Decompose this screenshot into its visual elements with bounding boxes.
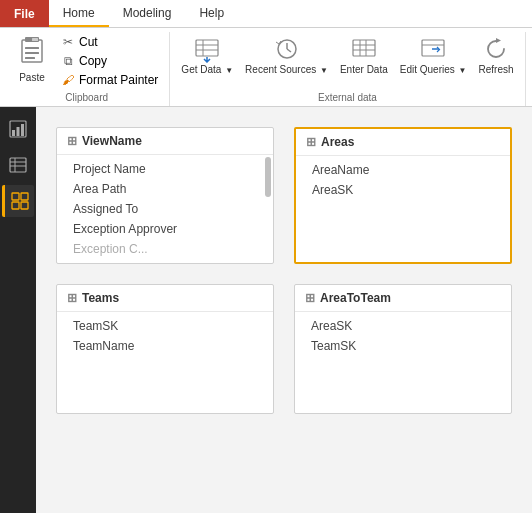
svg-rect-38 [21, 193, 28, 200]
ribbon: File Home Modeling Help [0, 0, 532, 107]
format-painter-icon: 🖌 [61, 73, 75, 87]
table-icon-viewname: ⊞ [67, 134, 77, 148]
cut-label: Cut [79, 35, 98, 49]
enter-data-label: Enter Data [340, 64, 388, 75]
svg-rect-3 [25, 52, 39, 54]
refresh-button[interactable]: Refresh [474, 32, 519, 78]
ribbon-group-external-data: Get Data ▼ Recent Sources ▼ [170, 32, 525, 106]
table-name-viewname: ViewName [82, 134, 142, 148]
list-item: Project Name [57, 159, 273, 179]
edit-queries-button[interactable]: Edit Queries ▼ [395, 32, 472, 78]
cut-button[interactable]: ✂ Cut [56, 33, 163, 51]
sidebar [0, 107, 36, 513]
edit-queries-label: Edit Queries ▼ [400, 64, 467, 75]
scroll-indicator[interactable] [265, 157, 271, 197]
canvas: ⊞ ViewName Project Name Area Path Assign… [36, 107, 532, 513]
edit-queries-icon [419, 35, 447, 63]
svg-rect-18 [422, 40, 444, 56]
recent-sources-label: Recent Sources ▼ [245, 64, 328, 75]
get-data-label: Get Data ▼ [181, 64, 233, 75]
table-icon-areatolteam: ⊞ [305, 291, 315, 305]
ribbon-group-insert: New Page ▼ New Visual [526, 32, 532, 106]
table-name-areas: Areas [321, 135, 354, 149]
paste-icon [18, 35, 46, 72]
enter-data-button[interactable]: Enter Data [335, 32, 393, 78]
refresh-icon [482, 35, 510, 63]
tab-home[interactable]: Home [49, 0, 109, 27]
paste-label: Paste [19, 72, 45, 83]
cut-icon: ✂ [61, 35, 75, 49]
format-painter-button[interactable]: 🖌 Format Painter [56, 71, 163, 89]
svg-rect-2 [25, 47, 39, 49]
get-data-button[interactable]: Get Data ▼ [176, 32, 238, 78]
list-item: AreaSK [295, 316, 511, 336]
list-item: Area Path [57, 179, 273, 199]
svg-line-12 [287, 49, 291, 52]
tab-file[interactable]: File [0, 0, 49, 27]
svg-rect-5 [32, 38, 38, 41]
tab-bar: File Home Modeling Help [0, 0, 532, 28]
tab-help[interactable]: Help [185, 0, 238, 27]
list-item: AreaSK [296, 180, 510, 200]
recent-sources-button[interactable]: Recent Sources ▼ [240, 32, 333, 78]
table-card-areatolteam[interactable]: ⊞ AreaToTeam AreaSK TeamSK [294, 284, 512, 414]
list-item: Exception Approver [57, 219, 273, 239]
copy-icon: ⧉ [61, 54, 75, 68]
format-painter-label: Format Painter [79, 73, 158, 87]
list-item: TeamName [57, 336, 273, 356]
table-card-viewname[interactable]: ⊞ ViewName Project Name Area Path Assign… [56, 127, 274, 264]
table-icon-teams: ⊞ [67, 291, 77, 305]
main-area: ⊞ ViewName Project Name Area Path Assign… [0, 107, 532, 513]
svg-rect-33 [10, 158, 26, 172]
table-card-teams[interactable]: ⊞ Teams TeamSK TeamName [56, 284, 274, 414]
svg-rect-32 [21, 124, 24, 136]
copy-label: Copy [79, 54, 107, 68]
sidebar-icon-report[interactable] [2, 113, 34, 145]
clipboard-group-label: Clipboard [10, 90, 163, 106]
svg-rect-39 [12, 202, 19, 209]
sidebar-icon-model[interactable] [2, 185, 34, 217]
list-item: Exception C... [57, 239, 273, 259]
enter-data-icon [350, 35, 378, 63]
paste-button[interactable]: Paste [10, 32, 54, 86]
table-name-areatolteam: AreaToTeam [320, 291, 391, 305]
recent-sources-icon [273, 35, 301, 63]
list-item: Assigned To [57, 199, 273, 219]
svg-rect-30 [12, 130, 15, 136]
svg-rect-4 [25, 57, 35, 59]
tables-grid: ⊞ ViewName Project Name Area Path Assign… [56, 127, 512, 414]
table-icon-areas: ⊞ [306, 135, 316, 149]
table-card-areas[interactable]: ⊞ Areas AreaName AreaSK [294, 127, 512, 264]
tab-modeling[interactable]: Modeling [109, 0, 186, 27]
list-item: TeamSK [295, 336, 511, 356]
svg-rect-6 [196, 40, 218, 56]
table-name-teams: Teams [82, 291, 119, 305]
ribbon-group-clipboard: Paste ✂ Cut ⧉ Copy 🖌 Format Painter [4, 32, 170, 106]
refresh-label: Refresh [479, 64, 514, 75]
list-item: TeamSK [57, 316, 273, 336]
copy-button[interactable]: ⧉ Copy [56, 52, 163, 70]
get-data-icon [193, 35, 221, 63]
sidebar-icon-data[interactable] [2, 149, 34, 181]
svg-rect-13 [353, 40, 375, 56]
svg-rect-31 [17, 127, 20, 136]
list-item: AreaName [296, 160, 510, 180]
external-data-group-label: External data [176, 90, 518, 106]
svg-rect-40 [21, 202, 28, 209]
ribbon-content: Paste ✂ Cut ⧉ Copy 🖌 Format Painter [0, 28, 532, 106]
svg-rect-37 [12, 193, 19, 200]
